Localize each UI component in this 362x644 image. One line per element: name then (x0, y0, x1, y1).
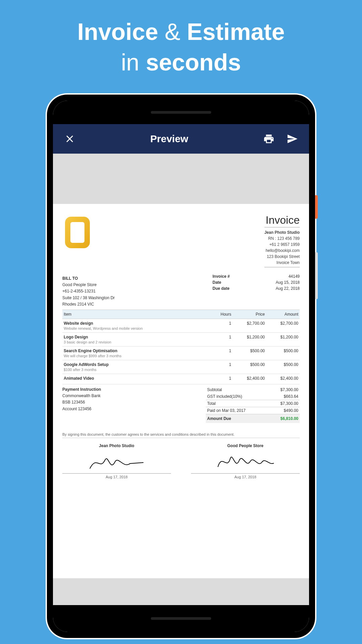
signature-right-name: Good People Store (191, 441, 300, 450)
gst-value: $663.64 (284, 394, 298, 399)
signature-left: Jean Photo Studio Aug 17, 2018 (62, 441, 171, 479)
signature-right: Good People Store Aug 17, 2018 (191, 441, 300, 479)
payment-bsb: BSB 123456 (62, 399, 101, 406)
meta-due-label: Due date (213, 286, 230, 291)
invoice-meta: Invoice #44149 DateAug 15, 2018 Due date… (213, 273, 300, 310)
company-block: Invoice Jean Photo Studio RN : 123 456 7… (264, 214, 300, 267)
table-row: Animated Video 1 $2,400.00 $2,400.00 (62, 374, 300, 384)
phone-earpiece-area (53, 101, 309, 124)
company-rn: RN : 123 456 789 (264, 235, 300, 241)
signature-area: Jean Photo Studio Aug 17, 2018 Good Peop… (62, 441, 300, 479)
payment-bank: Commonwealth Bank (62, 393, 101, 399)
page-title: Preview (76, 133, 262, 145)
item-price: $2,400.00 (231, 376, 265, 381)
table-row: Google AdWords Setup 1 $500.00 $500.00 (62, 360, 300, 368)
col-hours: Hours (204, 312, 231, 317)
hero-ampersand: & (165, 19, 180, 45)
preview-margin-top (53, 154, 309, 204)
item-price: $1,200.00 (231, 335, 265, 339)
item-price: $500.00 (231, 348, 265, 353)
payment-heading: Payment Instruction (62, 386, 101, 393)
item-name: Animated Video (64, 376, 204, 381)
close-button[interactable] (63, 132, 76, 146)
total-label: Total (207, 401, 216, 406)
print-icon (263, 133, 275, 145)
due-value: $6,810.00 (281, 416, 298, 421)
bill-to-addr1: Suite 102 / 38 Washington Dr (62, 295, 213, 301)
table-header: Item Hours Price Amount (62, 310, 300, 319)
col-amount: Amount (265, 312, 298, 317)
subtotal-label: Subtotal (207, 387, 222, 392)
invoice-title: Invoice (264, 214, 300, 227)
signature-icon (86, 452, 147, 472)
table-row: Website design 1 $2,700.00 $2,700.00 (62, 319, 300, 326)
company-email: hello@bookipi.com (264, 248, 300, 254)
item-amount: $1,200.00 (265, 335, 298, 339)
invoice-document: Invoice Jean Photo Studio RN : 123 456 7… (53, 204, 309, 578)
subtotal-value: $7,300.00 (281, 387, 298, 392)
bill-to-phone: +61-2-4355-13231 (62, 288, 213, 294)
item-amount: $500.00 (265, 362, 298, 367)
item-name: Website design (64, 321, 204, 326)
signature-left-name: Jean Photo Studio (62, 441, 171, 450)
bill-to-name: Good People Store (62, 282, 213, 288)
paid-value: $490.00 (284, 408, 298, 413)
signature-icon (215, 452, 276, 472)
disclaimer-text: By signing this document, the customer a… (62, 431, 300, 438)
line-items-table: Item Hours Price Amount Website design 1… (62, 310, 300, 384)
due-label: Amount Due (207, 416, 231, 421)
meta-invno-label: Invoice # (213, 274, 230, 279)
signature-left-date: Aug 17, 2018 (62, 474, 171, 479)
col-price: Price (231, 312, 265, 317)
meta-invno: 44149 (289, 274, 300, 279)
bill-to-block: BILL TO Good People Store +61-2-4355-132… (62, 273, 213, 310)
payment-instruction: Payment Instruction Commonwealth Bank BS… (62, 386, 101, 423)
item-price: $2,700.00 (231, 321, 265, 326)
item-desc: Website renewal, Wordpress and mobile ve… (62, 326, 300, 333)
send-icon (287, 133, 298, 145)
total-value: $7,300.00 (281, 401, 298, 406)
item-name: Google AdWords Setup (64, 362, 204, 367)
signature-right-date: Aug 17, 2018 (191, 474, 300, 479)
phone-power-button (315, 195, 318, 219)
send-button[interactable] (286, 132, 299, 146)
hero-headline: Invoice & Estimate in seconds (0, 0, 362, 85)
item-desc: $100 after 3 months (62, 368, 300, 374)
phone-frame: Preview (47, 95, 315, 638)
totals-table: Subtotal$7,300.00 GST included(10%)$663.… (206, 386, 300, 423)
hero-word-invoice: Invoice (77, 19, 158, 45)
print-button[interactable] (262, 132, 276, 146)
hero-word-estimate: Estimate (187, 19, 285, 45)
close-icon (64, 133, 75, 145)
item-hours: 1 (204, 376, 231, 381)
item-hours: 1 (204, 335, 231, 339)
phone-volume-button (315, 252, 318, 299)
phone-home-area (53, 605, 309, 632)
app-bar: Preview (53, 124, 309, 154)
bill-to-heading: BILL TO (62, 275, 213, 282)
company-city: Invoice Town (264, 260, 300, 266)
paid-label: Paid on Mar 03, 2017 (207, 408, 246, 413)
item-price: $500.00 (231, 362, 265, 367)
company-logo (62, 214, 93, 251)
company-name: Jean Photo Studio (264, 229, 300, 235)
item-name: Logo Design (64, 335, 204, 339)
meta-date-label: Date (213, 280, 221, 285)
company-street: 123 Bookipi Street (264, 254, 300, 260)
meta-date: Aug 15, 2018 (276, 280, 300, 285)
item-hours: 1 (204, 348, 231, 353)
table-row: Search Engine Optimisation 1 $500.00 $50… (62, 346, 300, 354)
item-name: Search Engine Optimisation (64, 348, 204, 353)
table-row: Logo Design 1 $1,200.00 $1,200.00 (62, 333, 300, 340)
bill-to-addr2: Rhodes 2314 VIC (62, 301, 213, 308)
item-desc: 3 basic design and 2 revision (62, 340, 300, 346)
svg-rect-1 (70, 222, 84, 243)
preview-viewport[interactable]: Invoice Jean Photo Studio RN : 123 456 7… (53, 154, 309, 605)
item-amount: $2,400.00 (265, 376, 298, 381)
gst-label: GST included(10%) (207, 394, 242, 399)
col-item: Item (64, 312, 204, 317)
item-desc: We will charge $999 after 3 months (62, 354, 300, 360)
hero-word-in: in (121, 49, 139, 75)
phone-screen: Preview (53, 101, 309, 632)
item-amount: $500.00 (265, 348, 298, 353)
